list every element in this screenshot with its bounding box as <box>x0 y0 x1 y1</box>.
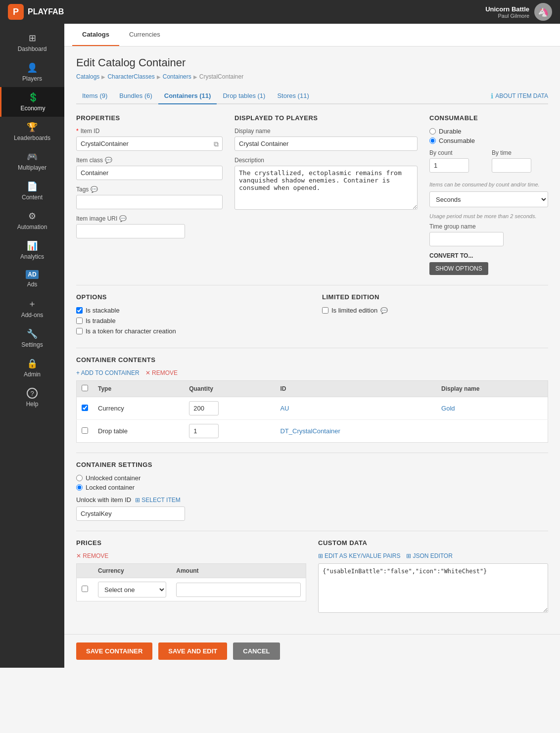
consumable-hint: Items can be consumed by count and/or ti… <box>429 182 548 187</box>
image-uri-comment-icon[interactable]: 💬 <box>119 215 127 222</box>
locked-radio-item[interactable]: Locked container <box>76 484 548 491</box>
tradable-checkbox[interactable] <box>76 318 83 324</box>
item-class-input[interactable] <box>76 166 223 180</box>
item-id-input-wrapper: ⧉ <box>76 137 223 151</box>
sidebar-item-automation[interactable]: ⚙ Automation <box>0 206 64 235</box>
breadcrumb-containers[interactable]: Containers <box>163 73 191 80</box>
consumable-radio-group: Durable Consumable <box>429 128 548 144</box>
sidebar-item-multiplayer[interactable]: 🎮 Multiplayer <box>0 146 64 176</box>
sidebar-label-leaderboards: Leaderboards <box>14 135 50 141</box>
by-count-input[interactable] <box>429 158 469 173</box>
row2-checkbox[interactable] <box>82 427 88 434</box>
sub-tab-containers[interactable]: Containers (11) <box>158 88 217 104</box>
container-contents-title: CONTAINER CONTENTS <box>76 356 548 364</box>
save-container-button[interactable]: SAVE CONTAINER <box>76 642 152 660</box>
sidebar-item-addons[interactable]: ＋ Add-ons <box>0 293 64 323</box>
addons-icon: ＋ <box>28 298 37 310</box>
limited-edition-checkbox-item[interactable]: Is limited edition 💬 <box>322 307 548 314</box>
token-checkbox[interactable] <box>76 328 83 334</box>
row1-id-link[interactable]: AU <box>280 405 289 412</box>
row1-checkbox[interactable] <box>82 405 88 411</box>
sidebar-item-ads[interactable]: AD Ads <box>0 265 64 293</box>
sub-tab-stores[interactable]: Stores (11) <box>271 88 315 104</box>
sidebar-item-economy[interactable]: 💲 Economy <box>0 87 64 117</box>
time-group-name-input[interactable] <box>429 232 504 246</box>
remove-from-container-button[interactable]: ✕ REMOVE <box>145 369 178 376</box>
tab-currencies[interactable]: Currencies <box>119 24 170 46</box>
row2-quantity-input[interactable] <box>189 424 219 438</box>
stackable-checkbox[interactable] <box>76 307 83 314</box>
time-unit-select[interactable]: Seconds Minutes Hours Days <box>429 191 548 207</box>
sub-tab-items[interactable]: Items (9) <box>76 88 113 104</box>
show-options-button[interactable]: SHOW OPTIONS <box>429 262 488 275</box>
price-amount-input[interactable] <box>176 583 301 597</box>
image-uri-input[interactable] <box>76 224 185 238</box>
copy-icon[interactable]: ⧉ <box>214 139 219 148</box>
display-name-input[interactable] <box>234 137 418 151</box>
save-and-edit-button[interactable]: SAVE AND EDIT <box>158 642 227 660</box>
tab-catalogs[interactable]: Catalogs <box>72 24 119 46</box>
custom-data-textarea[interactable]: {"usableInBattle":"false","icon":"WhiteC… <box>318 563 548 613</box>
unlocked-radio-item[interactable]: Unlocked container <box>76 474 548 482</box>
sidebar-item-players[interactable]: 👤 Players <box>0 57 64 87</box>
edit-kv-link[interactable]: ⊞ EDIT AS KEY/VALUE PAIRS <box>318 552 400 559</box>
breadcrumb-catalogs[interactable]: Catalogs <box>76 73 99 80</box>
time-group-name-group: Time group name <box>429 223 548 246</box>
prices-title: PRICES <box>76 539 306 547</box>
breadcrumb: Catalogs ▶ CharacterClasses ▶ Containers… <box>76 73 548 80</box>
select-item-link[interactable]: ⊞ SELECT ITEM <box>135 497 180 504</box>
analytics-icon: 📊 <box>27 240 38 251</box>
sidebar-item-settings[interactable]: 🔧 Settings <box>0 323 64 353</box>
item-id-input[interactable] <box>76 137 223 151</box>
price-currency-select[interactable]: Select one <box>98 582 166 597</box>
sub-tab-bundles[interactable]: Bundles (6) <box>113 88 158 104</box>
sidebar-label-players: Players <box>22 75 42 82</box>
sidebar-item-dashboard[interactable]: ⊞ Dashboard <box>0 28 64 57</box>
prices-remove-button[interactable]: ✕ REMOVE <box>76 552 108 559</box>
stackable-checkbox-item[interactable]: Is stackable <box>76 307 302 314</box>
sidebar-item-help[interactable]: ? Help <box>0 383 64 412</box>
row2-id-link[interactable]: DT_CrystalContainer <box>280 427 340 435</box>
locked-radio[interactable] <box>76 484 83 491</box>
durable-radio-item[interactable]: Durable <box>429 128 548 135</box>
row2-display-name <box>436 420 548 443</box>
row1-quantity-input[interactable] <box>189 401 219 415</box>
price-row1-checkbox[interactable] <box>82 586 88 592</box>
select-all-checkbox[interactable] <box>82 385 88 391</box>
consumable-radio[interactable] <box>429 137 436 144</box>
sidebar-item-admin[interactable]: 🔒 Admin <box>0 353 64 383</box>
consumable-radio-item[interactable]: Consumable <box>429 137 548 144</box>
price-row1-currency: Select one <box>93 578 171 601</box>
container-contents-header-row: Type Quantity ID Display name <box>77 381 548 397</box>
table-row: Drop table DT_CrystalContainer <box>77 420 548 443</box>
cancel-button[interactable]: CANCEL <box>233 642 280 660</box>
unlocked-radio[interactable] <box>76 475 83 481</box>
sidebar-item-leaderboards[interactable]: 🏆 Leaderboards <box>0 117 64 146</box>
by-time-input[interactable] <box>492 158 531 173</box>
limited-comment-icon[interactable]: 💬 <box>380 307 388 314</box>
add-to-container-button[interactable]: + ADD TO CONTAINER <box>76 369 140 376</box>
durable-radio[interactable] <box>429 128 436 135</box>
tags-comment-icon[interactable]: 💬 <box>91 186 98 193</box>
tradable-checkbox-item[interactable]: Is tradable <box>76 317 302 324</box>
custom-data-actions: ⊞ EDIT AS KEY/VALUE PAIRS ⊞ JSON EDITOR <box>318 552 548 559</box>
sidebar-item-analytics[interactable]: 📊 Analytics <box>0 235 64 265</box>
tags-input[interactable] <box>76 195 223 209</box>
limited-edition-checkbox[interactable] <box>322 307 328 314</box>
unlock-item-id-input[interactable] <box>76 506 185 521</box>
item-class-comment-icon[interactable]: 💬 <box>105 157 112 164</box>
json-editor-link[interactable]: ⊞ JSON EDITOR <box>406 552 452 559</box>
row1-id: AU <box>275 397 436 420</box>
row1-display-name-link[interactable]: Gold <box>441 405 455 412</box>
header-quantity: Quantity <box>184 381 275 397</box>
description-textarea[interactable]: The crystallized, ectoplasmic remains fr… <box>234 166 418 210</box>
prices-table: Currency Amount Select one <box>76 563 306 601</box>
avatar[interactable]: 🦄 <box>534 3 552 21</box>
breadcrumb-character-classes[interactable]: CharacterClasses <box>107 73 154 80</box>
display-name-label: Display name <box>234 128 418 135</box>
sidebar-item-content[interactable]: 📄 Content <box>0 176 64 206</box>
about-item-data[interactable]: ℹ ABOUT ITEM DATA <box>491 92 548 100</box>
sub-tab-drop-tables[interactable]: Drop tables (1) <box>217 88 271 104</box>
properties-title: PROPERTIES <box>76 114 223 122</box>
token-checkbox-item[interactable]: Is a token for character creation <box>76 327 302 335</box>
